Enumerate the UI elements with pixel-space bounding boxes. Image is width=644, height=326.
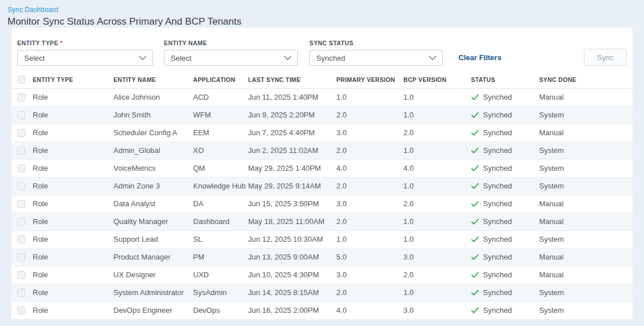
status-text: Synched — [483, 128, 512, 137]
table-row[interactable]: Role DevOps Engineer DevOps Jun 16, 2025… — [11, 301, 633, 319]
status-text: Synched — [483, 217, 512, 226]
sync-status-select[interactable]: Synched — [309, 50, 443, 66]
cell-entity-name: John Smith — [113, 106, 193, 124]
cell-last-sync-time: Jun 9, 2025 2:20PM — [248, 106, 336, 124]
cell-application: PM — [193, 248, 248, 266]
entity-type-label: ENTITY TYPE* — [17, 40, 153, 46]
cell-entity-type: Role — [33, 301, 113, 319]
status-text: Synched — [483, 164, 512, 172]
entity-type-select[interactable]: Select — [17, 50, 153, 66]
cell-entity-type: Role — [33, 230, 113, 248]
entity-type-label-text: ENTITY TYPE — [17, 40, 58, 46]
cell-last-sync-time: Jun 7, 2025 4:40PM — [248, 124, 336, 142]
cell-entity-name: Alice Johnson — [113, 88, 193, 106]
filter-entity-type: ENTITY TYPE* Select — [17, 40, 153, 66]
check-icon — [471, 307, 479, 313]
column-header-primary-version: PRIMARY VERSION — [336, 71, 403, 88]
cell-status: Synched — [471, 266, 539, 284]
cell-primary-version: 3.0 — [336, 195, 403, 213]
cell-last-sync-time: Jun 12, 2025 10:30AM — [248, 230, 336, 248]
cell-last-sync-time: Jun 15, 2025 3:50PM — [248, 195, 336, 213]
cell-entity-type: Role — [33, 88, 113, 106]
row-checkbox[interactable] — [17, 111, 25, 119]
table-row[interactable]: Role John Smith WFM Jun 9, 2025 2:20PM 2… — [11, 106, 633, 124]
entity-name-select[interactable]: Select — [164, 50, 298, 66]
cell-application: SysAdmin — [193, 284, 248, 301]
cell-status: Synched — [471, 142, 539, 159]
column-header-last-sync-time: LAST SYNC TIME — [248, 71, 336, 88]
check-icon — [471, 165, 479, 171]
cell-entity-name: Scheduler Config A — [113, 124, 193, 142]
status-text: Synched — [483, 235, 512, 243]
table-row[interactable]: Role System Administrator SysAdmin Jun 1… — [11, 284, 633, 301]
clear-filters-link[interactable]: Clear Filters — [458, 53, 501, 62]
row-checkbox[interactable] — [17, 164, 25, 172]
filter-bar: ENTITY TYPE* Select ENTITY NAME Select S… — [11, 28, 633, 66]
check-icon — [471, 183, 479, 189]
cell-status: Synched — [471, 284, 539, 301]
table-row[interactable]: Role UX Designer UXD Jun 10, 2025 4:30PM… — [11, 266, 633, 284]
cell-application: DA — [193, 195, 248, 213]
table-row[interactable]: Role Admin Zone 3 Knowledge Hub May 29, … — [11, 177, 633, 195]
status-text: Synched — [483, 146, 512, 155]
row-checkbox[interactable] — [17, 307, 25, 315]
cell-sync-done: System — [539, 177, 633, 195]
status-text: Synched — [483, 182, 512, 190]
cell-last-sync-time: Jun 16, 2025 2:00PM — [248, 301, 336, 319]
check-icon — [471, 272, 479, 278]
row-checkbox[interactable] — [17, 218, 25, 226]
row-checkbox[interactable] — [17, 200, 25, 208]
cell-bcp-version: 2.0 — [403, 266, 471, 284]
table-row[interactable]: Role Data Analyst DA Jun 15, 2025 3:50PM… — [11, 195, 633, 213]
row-checkbox[interactable] — [17, 253, 25, 261]
table-row[interactable]: Role Scheduler Config A EEM Jun 7, 2025 … — [11, 124, 633, 142]
cell-bcp-version: 3.0 — [403, 301, 471, 319]
cell-primary-version: 2.0 — [336, 213, 403, 230]
cell-entity-type: Role — [33, 177, 113, 195]
table-row[interactable]: Role Product Manager PM Jun 13, 2025 9:0… — [11, 248, 633, 266]
table-row[interactable]: Role Alice Johnson ACD Jun 11, 2025 1:40… — [11, 88, 633, 106]
cell-entity-type: Role — [33, 248, 113, 266]
cell-primary-version: 2.0 — [336, 106, 403, 124]
cell-last-sync-time: May 29, 2025 1:40PM — [248, 159, 336, 177]
filter-entity-name: ENTITY NAME Select — [164, 40, 298, 66]
cell-entity-type: Role — [33, 106, 113, 124]
cell-sync-done: Manual — [539, 248, 633, 266]
cell-entity-type: Role — [33, 195, 113, 213]
table-row[interactable]: Role Support Lead SL Jun 12, 2025 10:30A… — [11, 230, 633, 248]
row-checkbox[interactable] — [17, 129, 25, 137]
row-checkbox-cell — [11, 88, 33, 106]
row-checkbox-cell — [11, 266, 33, 284]
cell-status: Synched — [471, 195, 539, 213]
sync-status-select-value: Synched — [316, 54, 345, 62]
filter-sync-status: SYNC STATUS Synched — [309, 40, 443, 66]
row-checkbox[interactable] — [17, 182, 25, 190]
cell-status: Synched — [471, 124, 539, 142]
row-checkbox[interactable] — [17, 147, 25, 155]
status-text: Synched — [483, 93, 512, 101]
table-row[interactable]: Role Admin_Global XO Jun 2, 2025 11:02AM… — [11, 142, 633, 159]
row-checkbox[interactable] — [17, 235, 25, 243]
row-checkbox[interactable] — [17, 271, 25, 279]
cell-bcp-version: 1.0 — [403, 230, 471, 248]
select-all-checkbox[interactable] — [17, 76, 25, 84]
cell-application: WFM — [193, 106, 248, 124]
row-checkbox[interactable] — [17, 289, 25, 297]
cell-application: SL — [193, 230, 248, 248]
table-row[interactable]: Role VoiceMetrics QM May 29, 2025 1:40PM… — [11, 159, 633, 177]
cell-sync-done: Manual — [539, 195, 633, 213]
breadcrumb-sync-dashboard[interactable]: Sync Dashboard — [7, 5, 644, 14]
sync-button[interactable]: Sync — [584, 49, 627, 66]
row-checkbox[interactable] — [17, 93, 25, 101]
status-text: Synched — [483, 111, 512, 119]
row-checkbox-cell — [11, 230, 33, 248]
column-header-entity-type: ENTITY TYPE — [33, 71, 113, 88]
row-checkbox-cell — [11, 213, 33, 230]
cell-entity-name: Product Manager — [113, 248, 193, 266]
cell-entity-name: Support Lead — [113, 230, 193, 248]
cell-status: Synched — [471, 248, 539, 266]
cell-sync-done: System — [539, 284, 633, 301]
cell-bcp-version: 1.0 — [403, 106, 471, 124]
check-icon — [471, 201, 479, 207]
table-row[interactable]: Role Quality Manager Dashboard May 18, 2… — [11, 213, 633, 230]
